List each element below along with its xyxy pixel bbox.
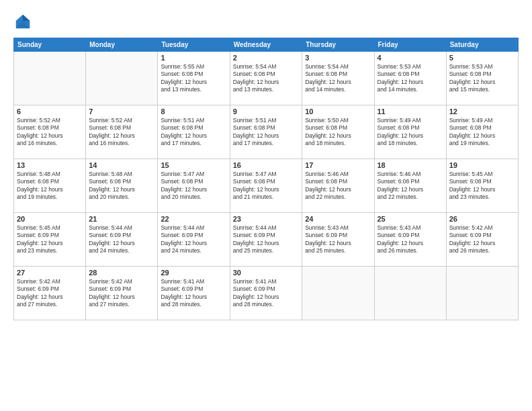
table-row bbox=[374, 267, 446, 320]
day-number: 12 bbox=[449, 107, 515, 116]
table-row: 4Sunrise: 5:53 AM Sunset: 6:08 PM Daylig… bbox=[374, 52, 446, 105]
day-number: 16 bbox=[233, 161, 299, 169]
day-info: Sunrise: 5:45 AM Sunset: 6:09 PM Dayligh… bbox=[17, 224, 83, 255]
day-info: Sunrise: 5:44 AM Sunset: 6:09 PM Dayligh… bbox=[161, 224, 226, 255]
table-row: 11Sunrise: 5:49 AM Sunset: 6:08 PM Dayli… bbox=[374, 105, 446, 159]
day-info: Sunrise: 5:53 AM Sunset: 6:08 PM Dayligh… bbox=[449, 63, 515, 94]
day-number: 14 bbox=[89, 161, 154, 169]
calendar-week-row: 13Sunrise: 5:48 AM Sunset: 6:08 PM Dayli… bbox=[14, 159, 519, 213]
table-row bbox=[302, 267, 374, 320]
day-number: 13 bbox=[17, 161, 83, 169]
table-row: 6Sunrise: 5:52 AM Sunset: 6:08 PM Daylig… bbox=[14, 105, 86, 159]
calendar-week-row: 1Sunrise: 5:55 AM Sunset: 6:08 PM Daylig… bbox=[14, 52, 519, 105]
table-row: 15Sunrise: 5:47 AM Sunset: 6:08 PM Dayli… bbox=[158, 159, 230, 213]
svg-marker-1 bbox=[23, 15, 30, 21]
calendar-week-row: 20Sunrise: 5:45 AM Sunset: 6:09 PM Dayli… bbox=[14, 213, 519, 267]
day-number: 27 bbox=[17, 269, 83, 277]
day-number: 11 bbox=[378, 107, 443, 116]
table-row: 17Sunrise: 5:46 AM Sunset: 6:08 PM Dayli… bbox=[302, 159, 374, 213]
day-number: 9 bbox=[233, 107, 299, 116]
day-number: 7 bbox=[89, 107, 154, 116]
table-row: 25Sunrise: 5:43 AM Sunset: 6:09 PM Dayli… bbox=[374, 213, 446, 267]
table-row: 27Sunrise: 5:42 AM Sunset: 6:09 PM Dayli… bbox=[14, 267, 86, 320]
day-number: 25 bbox=[378, 215, 443, 223]
day-info: Sunrise: 5:47 AM Sunset: 6:08 PM Dayligh… bbox=[161, 171, 226, 201]
table-row: 24Sunrise: 5:43 AM Sunset: 6:09 PM Dayli… bbox=[302, 213, 374, 267]
table-row: 3Sunrise: 5:54 AM Sunset: 6:08 PM Daylig… bbox=[302, 52, 374, 105]
day-info: Sunrise: 5:55 AM Sunset: 6:08 PM Dayligh… bbox=[161, 63, 226, 94]
table-row: 7Sunrise: 5:52 AM Sunset: 6:08 PM Daylig… bbox=[86, 105, 158, 159]
day-info: Sunrise: 5:49 AM Sunset: 6:08 PM Dayligh… bbox=[378, 117, 443, 148]
day-info: Sunrise: 5:47 AM Sunset: 6:08 PM Dayligh… bbox=[233, 171, 299, 201]
day-number: 29 bbox=[161, 269, 226, 277]
day-number: 1 bbox=[161, 54, 226, 62]
day-number: 10 bbox=[305, 107, 371, 116]
day-number: 23 bbox=[233, 215, 299, 223]
day-info: Sunrise: 5:46 AM Sunset: 6:08 PM Dayligh… bbox=[378, 171, 443, 201]
calendar-week-row: 27Sunrise: 5:42 AM Sunset: 6:09 PM Dayli… bbox=[14, 267, 519, 320]
day-number: 3 bbox=[305, 54, 371, 62]
day-info: Sunrise: 5:42 AM Sunset: 6:09 PM Dayligh… bbox=[449, 224, 515, 255]
day-info: Sunrise: 5:41 AM Sunset: 6:09 PM Dayligh… bbox=[161, 278, 226, 309]
table-row: 21Sunrise: 5:44 AM Sunset: 6:09 PM Dayli… bbox=[86, 213, 158, 267]
table-row: 23Sunrise: 5:44 AM Sunset: 6:09 PM Dayli… bbox=[230, 213, 302, 267]
day-info: Sunrise: 5:52 AM Sunset: 6:08 PM Dayligh… bbox=[89, 117, 154, 148]
table-row: 28Sunrise: 5:42 AM Sunset: 6:09 PM Dayli… bbox=[86, 267, 158, 320]
table-row: 26Sunrise: 5:42 AM Sunset: 6:09 PM Dayli… bbox=[446, 213, 518, 267]
day-number: 30 bbox=[233, 269, 299, 277]
logo-icon bbox=[13, 12, 32, 31]
day-number: 20 bbox=[17, 215, 83, 223]
table-row: 12Sunrise: 5:49 AM Sunset: 6:08 PM Dayli… bbox=[446, 105, 518, 159]
day-number: 17 bbox=[305, 161, 371, 169]
table-row: 30Sunrise: 5:41 AM Sunset: 6:09 PM Dayli… bbox=[230, 267, 302, 320]
day-info: Sunrise: 5:42 AM Sunset: 6:09 PM Dayligh… bbox=[17, 278, 83, 309]
day-number: 18 bbox=[378, 161, 443, 169]
day-info: Sunrise: 5:51 AM Sunset: 6:08 PM Dayligh… bbox=[161, 117, 226, 148]
day-info: Sunrise: 5:48 AM Sunset: 6:08 PM Dayligh… bbox=[89, 171, 154, 201]
col-thursday: Thursday bbox=[302, 38, 374, 52]
day-number: 26 bbox=[449, 215, 515, 223]
calendar-header-row: Sunday Monday Tuesday Wednesday Thursday… bbox=[14, 38, 519, 52]
table-row: 14Sunrise: 5:48 AM Sunset: 6:08 PM Dayli… bbox=[86, 159, 158, 213]
table-row: 1Sunrise: 5:55 AM Sunset: 6:08 PM Daylig… bbox=[158, 52, 230, 105]
day-info: Sunrise: 5:48 AM Sunset: 6:08 PM Dayligh… bbox=[17, 171, 83, 201]
table-row: 19Sunrise: 5:45 AM Sunset: 6:08 PM Dayli… bbox=[446, 159, 518, 213]
col-friday: Friday bbox=[374, 38, 446, 52]
table-row: 16Sunrise: 5:47 AM Sunset: 6:08 PM Dayli… bbox=[230, 159, 302, 213]
col-wednesday: Wednesday bbox=[230, 38, 302, 52]
table-row bbox=[446, 267, 518, 320]
day-info: Sunrise: 5:42 AM Sunset: 6:09 PM Dayligh… bbox=[89, 278, 154, 309]
day-info: Sunrise: 5:46 AM Sunset: 6:08 PM Dayligh… bbox=[305, 171, 371, 201]
table-row: 9Sunrise: 5:51 AM Sunset: 6:08 PM Daylig… bbox=[230, 105, 302, 159]
table-row: 29Sunrise: 5:41 AM Sunset: 6:09 PM Dayli… bbox=[158, 267, 230, 320]
day-info: Sunrise: 5:53 AM Sunset: 6:08 PM Dayligh… bbox=[378, 63, 443, 94]
day-number: 22 bbox=[161, 215, 226, 223]
day-number: 21 bbox=[89, 215, 154, 223]
table-row: 18Sunrise: 5:46 AM Sunset: 6:08 PM Dayli… bbox=[374, 159, 446, 213]
day-number: 15 bbox=[161, 161, 226, 169]
table-row: 5Sunrise: 5:53 AM Sunset: 6:08 PM Daylig… bbox=[446, 52, 518, 105]
col-saturday: Saturday bbox=[446, 38, 518, 52]
day-info: Sunrise: 5:54 AM Sunset: 6:08 PM Dayligh… bbox=[305, 63, 371, 94]
table-row: 10Sunrise: 5:50 AM Sunset: 6:08 PM Dayli… bbox=[302, 105, 374, 159]
calendar-week-row: 6Sunrise: 5:52 AM Sunset: 6:08 PM Daylig… bbox=[14, 105, 519, 159]
logo bbox=[13, 12, 35, 31]
day-number: 28 bbox=[89, 269, 154, 277]
day-info: Sunrise: 5:43 AM Sunset: 6:09 PM Dayligh… bbox=[378, 224, 443, 255]
day-info: Sunrise: 5:44 AM Sunset: 6:09 PM Dayligh… bbox=[233, 224, 299, 255]
day-number: 2 bbox=[233, 54, 299, 62]
day-number: 24 bbox=[305, 215, 371, 223]
day-info: Sunrise: 5:49 AM Sunset: 6:08 PM Dayligh… bbox=[449, 117, 515, 148]
table-row bbox=[86, 52, 158, 105]
day-number: 6 bbox=[17, 107, 83, 116]
day-info: Sunrise: 5:54 AM Sunset: 6:08 PM Dayligh… bbox=[233, 63, 299, 94]
day-info: Sunrise: 5:50 AM Sunset: 6:08 PM Dayligh… bbox=[305, 117, 371, 148]
page: Sunday Monday Tuesday Wednesday Thursday… bbox=[0, 0, 532, 411]
table-row: 22Sunrise: 5:44 AM Sunset: 6:09 PM Dayli… bbox=[158, 213, 230, 267]
day-info: Sunrise: 5:51 AM Sunset: 6:08 PM Dayligh… bbox=[233, 117, 299, 148]
day-number: 8 bbox=[161, 107, 226, 116]
day-info: Sunrise: 5:43 AM Sunset: 6:09 PM Dayligh… bbox=[305, 224, 371, 255]
day-info: Sunrise: 5:52 AM Sunset: 6:08 PM Dayligh… bbox=[17, 117, 83, 148]
day-number: 19 bbox=[449, 161, 515, 169]
day-info: Sunrise: 5:45 AM Sunset: 6:08 PM Dayligh… bbox=[449, 171, 515, 201]
